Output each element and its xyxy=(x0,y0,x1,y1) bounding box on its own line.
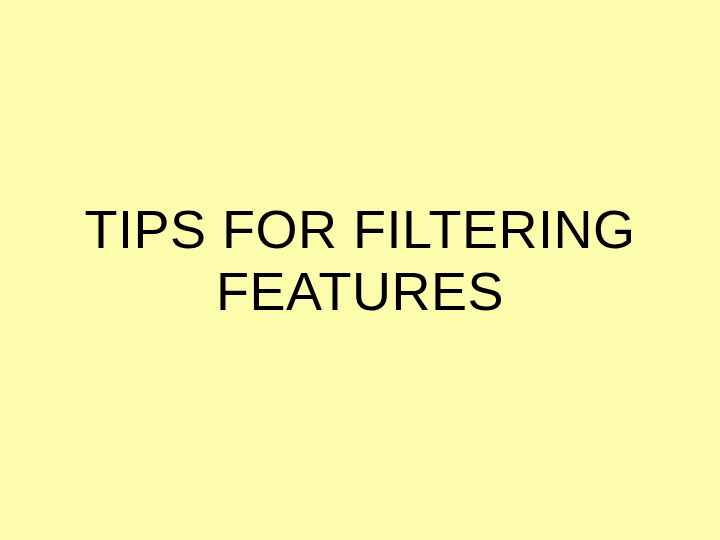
slide-title: TIPS FOR FILTERING FEATURES xyxy=(0,198,720,322)
